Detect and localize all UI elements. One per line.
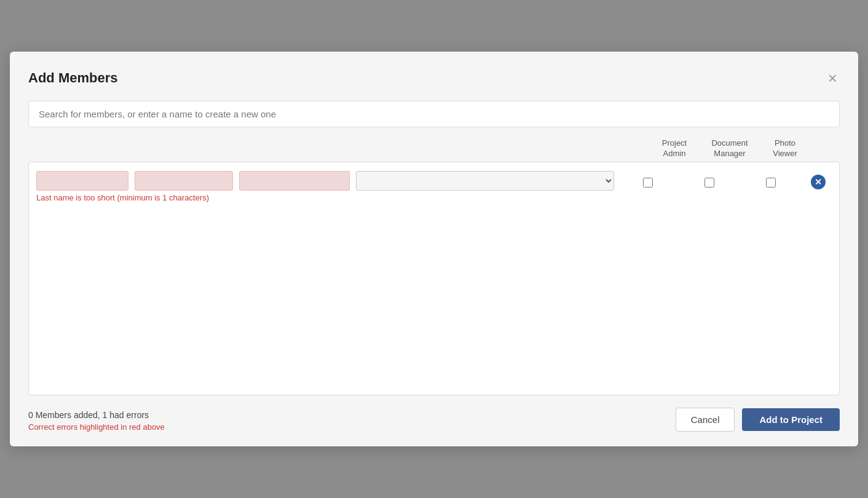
column-headers: ProjectAdmin DocumentManager PhotoViewer [28, 138, 840, 162]
photo-viewer-cell [743, 174, 799, 188]
last-name-field[interactable] [135, 171, 233, 191]
project-admin-header: ProjectAdmin [647, 138, 702, 159]
modal-overlay: Add Members × ProjectAdmin DocumentManag… [0, 0, 868, 498]
remove-member-button[interactable]: ✕ [811, 175, 826, 189]
member-inputs-row: Member Admin Viewer [36, 171, 832, 191]
document-manager-checkbox[interactable] [704, 178, 714, 188]
project-admin-checkbox[interactable] [643, 178, 653, 188]
modal-footer: 0 Members added, 1 had errors Correct er… [28, 408, 840, 432]
close-button[interactable]: × [826, 70, 840, 86]
modal-header: Add Members × [28, 70, 840, 86]
status-text: 0 Members added, 1 had errors [28, 410, 165, 420]
member-fields-column: Member Admin Viewer [36, 171, 832, 202]
modal-title: Add Members [28, 70, 117, 86]
search-input[interactable] [28, 101, 840, 127]
role-field[interactable]: Member Admin Viewer [356, 171, 614, 191]
cancel-button[interactable]: Cancel [676, 408, 735, 432]
email-field[interactable] [239, 171, 350, 191]
first-name-field[interactable] [36, 171, 128, 191]
remove-cell: ✕ [805, 172, 832, 189]
members-table: Member Admin Viewer [28, 162, 840, 395]
add-members-modal: Add Members × ProjectAdmin DocumentManag… [10, 52, 858, 446]
add-to-project-button[interactable]: Add to Project [742, 408, 840, 431]
footer-status: 0 Members added, 1 had errors Correct er… [28, 410, 165, 432]
document-manager-header: DocumentManager [702, 138, 757, 159]
photo-viewer-header: PhotoViewer [757, 138, 813, 159]
photo-viewer-checkbox[interactable] [766, 178, 776, 188]
role-select[interactable]: Member Admin Viewer [356, 171, 614, 191]
project-admin-cell [620, 174, 676, 188]
error-message: Last name is too short (minimum is 1 cha… [36, 193, 832, 202]
footer-actions: Cancel Add to Project [676, 408, 840, 432]
remove-icon: ✕ [811, 175, 826, 189]
document-manager-cell [682, 174, 737, 188]
status-error-text: Correct errors highlighted in red above [28, 422, 165, 432]
table-row: Member Admin Viewer [29, 162, 839, 208]
